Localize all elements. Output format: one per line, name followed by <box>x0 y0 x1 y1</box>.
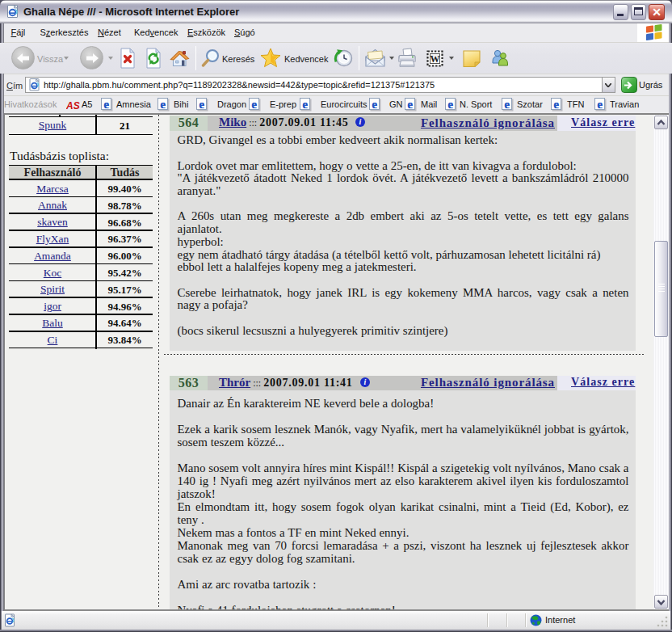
svg-text:W: W <box>430 53 440 65</box>
svg-text:AS: AS <box>66 101 80 110</box>
